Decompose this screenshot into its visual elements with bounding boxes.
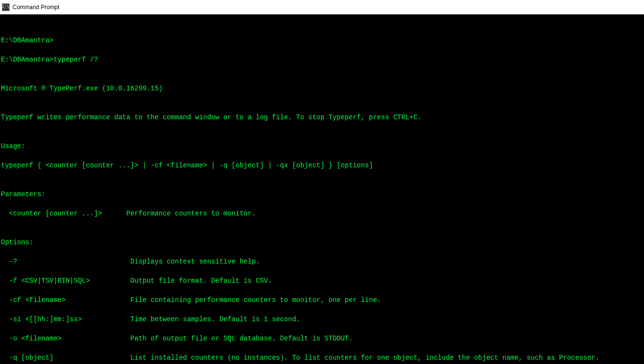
terminal-prompt: E:\DBAmantra>	[1, 36, 643, 45]
title-bar[interactable]: C:\ Command Prompt	[0, 0, 644, 14]
option-cf: -cf <filename> File containing performan…	[1, 295, 643, 305]
option-f: -f <CSV|TSV|BIN|SQL> Output file format.…	[1, 276, 643, 286]
option-o: -o <filename> Path of output file or SQL…	[1, 334, 643, 343]
option-help: -? Displays context sensitive help.	[1, 257, 643, 266]
option-si: -si <[[hh:]mm:]ss> Time between samples.…	[1, 314, 643, 324]
option-q: -q [object] List installed counters (no …	[1, 353, 643, 363]
usage-line: typeperf { <counter [counter ...]> | -cf…	[1, 161, 643, 170]
terminal-version: Microsoft ® TypePerf.exe (10.0.16299.15)	[1, 84, 643, 93]
usage-header: Usage:	[1, 141, 643, 151]
options-header: Options:	[1, 238, 643, 247]
param-counter: <counter [counter ...]> Performance coun…	[1, 209, 643, 218]
parameters-header: Parameters:	[1, 189, 643, 199]
window-title: Command Prompt	[13, 4, 59, 11]
terminal-description: Typeperf writes performance data to the …	[1, 113, 643, 122]
terminal-prompt-command: E:\DBAmantra>typeperf /?	[1, 55, 643, 64]
terminal-output[interactable]: E:\DBAmantra> E:\DBAmantra>typeperf /? M…	[0, 14, 644, 364]
cmd-icon: C:\	[2, 3, 10, 11]
